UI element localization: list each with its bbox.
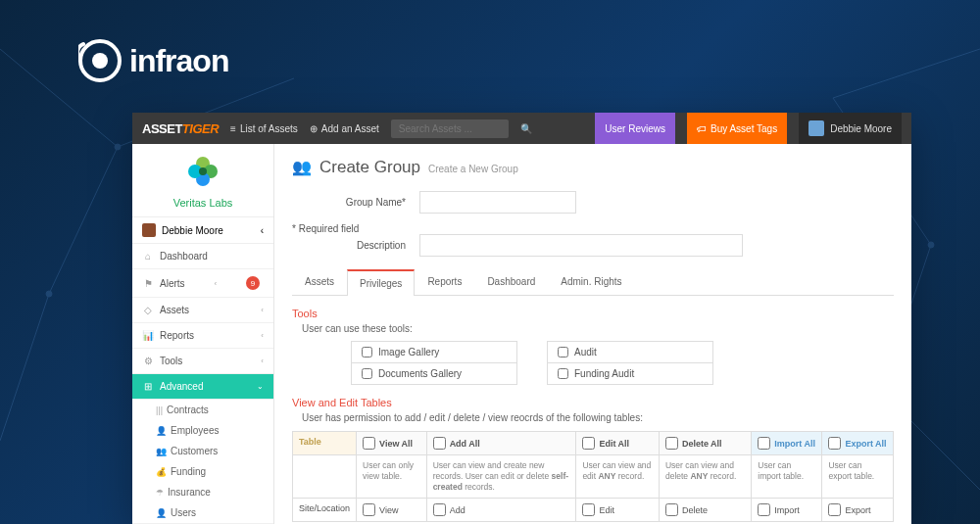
checkbox[interactable] bbox=[363, 437, 375, 450]
sidebar-item-reports[interactable]: 📊Reports‹ bbox=[132, 323, 273, 349]
tool-audit[interactable]: Audit bbox=[547, 341, 713, 363]
app-logo: ASSETTIGER bbox=[142, 121, 219, 136]
svg-point-13 bbox=[92, 53, 108, 69]
sub-label: Insurance bbox=[168, 487, 211, 498]
sidebar-sub-funding[interactable]: 💰Funding bbox=[132, 461, 273, 482]
checkbox[interactable] bbox=[362, 347, 372, 357]
checkbox[interactable] bbox=[558, 368, 568, 379]
sidebar-item-alerts[interactable]: ⚑Alerts‹9 bbox=[132, 269, 273, 298]
sidebar-user[interactable]: Debbie Moore ‹ bbox=[132, 217, 273, 244]
sub-label: Contracts bbox=[167, 405, 209, 415]
svg-point-10 bbox=[928, 242, 934, 248]
chart-icon: 📊 bbox=[142, 330, 154, 341]
mini-avatar-icon bbox=[142, 223, 156, 237]
desc-cell: User can export table. bbox=[822, 455, 894, 499]
group-name-input[interactable] bbox=[419, 191, 576, 214]
col-import-all: Import All bbox=[752, 432, 822, 455]
search-input[interactable] bbox=[391, 119, 509, 138]
header-label: View All bbox=[379, 439, 413, 449]
group-icon: 👥 bbox=[292, 158, 312, 176]
checkbox[interactable] bbox=[558, 347, 568, 357]
user-name: Debbie Moore bbox=[830, 123, 892, 134]
tools-title: Tools bbox=[292, 308, 894, 319]
checkbox[interactable] bbox=[582, 437, 595, 450]
chevron-left-icon: ‹ bbox=[261, 357, 264, 365]
col-view-all: View All bbox=[357, 432, 427, 455]
sidebar-sub-employees[interactable]: 👤Employees bbox=[132, 420, 273, 441]
tab-reports[interactable]: Reports bbox=[415, 268, 474, 295]
sub-label: Employees bbox=[171, 425, 219, 436]
buy-asset-tags-button[interactable]: 🏷 Buy Asset Tags bbox=[687, 113, 787, 144]
logo-tiger: TIGER bbox=[182, 121, 219, 136]
chevron-left-icon: ‹ bbox=[261, 331, 264, 340]
checkbox[interactable] bbox=[363, 503, 375, 516]
svg-point-8 bbox=[115, 144, 121, 150]
group-name-label: Group Name* bbox=[292, 197, 419, 208]
nav-label: Alerts bbox=[160, 278, 185, 289]
tool-image-gallery[interactable]: Image Gallery bbox=[351, 341, 517, 363]
checkbox[interactable] bbox=[828, 437, 841, 450]
tab-admin-rights[interactable]: Admin. Rights bbox=[548, 268, 634, 295]
contract-icon: ||| bbox=[156, 405, 163, 415]
search-icon[interactable]: 🔍 bbox=[520, 123, 532, 134]
diamond-icon: ◇ bbox=[142, 305, 154, 315]
checkbox[interactable] bbox=[433, 503, 446, 516]
sidebar-sub-users[interactable]: 👤Users bbox=[132, 502, 273, 523]
sidebar-sub-insurance[interactable]: ☂Insurance bbox=[132, 482, 273, 502]
checkbox[interactable] bbox=[433, 437, 446, 450]
description-input[interactable] bbox=[419, 234, 743, 257]
cell-label: Add bbox=[450, 505, 466, 515]
page-header: 👥 Create Group Create a New Group bbox=[292, 158, 894, 177]
alert-badge: 9 bbox=[246, 276, 260, 290]
cell-view[interactable]: View bbox=[363, 503, 420, 516]
sidebar-item-assets[interactable]: ◇Assets‹ bbox=[132, 298, 273, 323]
cell-delete[interactable]: Delete bbox=[665, 503, 745, 516]
sidebar-sub-contracts[interactable]: |||Contracts bbox=[132, 400, 273, 420]
company-logo-icon bbox=[185, 154, 220, 189]
cell-label: Delete bbox=[682, 505, 708, 515]
tab-dashboard[interactable]: Dashboard bbox=[474, 268, 548, 295]
nav-add-asset[interactable]: ⊕ Add an Asset bbox=[310, 123, 379, 134]
header-label: Edit All bbox=[599, 439, 629, 449]
checkbox[interactable] bbox=[758, 503, 770, 516]
logo-asset: ASSET bbox=[142, 121, 182, 136]
desc-cell: User can only view table. bbox=[357, 455, 427, 499]
nav-label: Advanced bbox=[160, 381, 203, 392]
tab-assets[interactable]: Assets bbox=[292, 268, 347, 295]
description-label: Description bbox=[292, 240, 419, 251]
sidebar-sub-customers[interactable]: 👥Customers bbox=[132, 441, 273, 461]
buy-tags-label: Buy Asset Tags bbox=[710, 123, 777, 134]
gear-icon: ⚙ bbox=[142, 356, 154, 366]
cell-add[interactable]: Add bbox=[433, 503, 570, 516]
sub-label: Funding bbox=[171, 466, 206, 477]
grid-icon: ⊞ bbox=[142, 381, 154, 392]
cell-export[interactable]: Export bbox=[828, 503, 887, 516]
sidebar-item-tools[interactable]: ⚙Tools‹ bbox=[132, 349, 273, 374]
col-export-all: Export All bbox=[822, 432, 894, 455]
tool-documents-gallery[interactable]: Documents Gallery bbox=[351, 362, 517, 385]
nav-list-assets[interactable]: ≡ List of Assets bbox=[230, 123, 298, 134]
col-delete-all: Delete All bbox=[659, 432, 751, 455]
checkbox[interactable] bbox=[665, 503, 678, 516]
svg-point-18 bbox=[199, 167, 207, 175]
sidebar-item-advanced[interactable]: ⊞Advanced⌄ bbox=[132, 374, 273, 400]
user-reviews-button[interactable]: User Reviews bbox=[595, 113, 675, 144]
header-label: Add All bbox=[450, 439, 480, 449]
tool-label: Documents Gallery bbox=[378, 368, 462, 379]
cell-import[interactable]: Import bbox=[758, 503, 815, 516]
checkbox[interactable] bbox=[758, 437, 770, 450]
checkbox[interactable] bbox=[362, 368, 372, 379]
user-menu[interactable]: Debbie Moore bbox=[799, 113, 902, 144]
cell-edit[interactable]: Edit bbox=[582, 503, 653, 516]
tool-funding-audit[interactable]: Funding Audit bbox=[547, 362, 713, 385]
sidebar-item-dashboard[interactable]: ⌂Dashboard bbox=[132, 244, 273, 269]
tab-privileges[interactable]: Privileges bbox=[347, 269, 415, 296]
person-icon: 👤 bbox=[156, 426, 167, 436]
checkbox[interactable] bbox=[665, 437, 678, 450]
desc-cell: User can view and create new records. Us… bbox=[426, 455, 576, 499]
checkbox[interactable] bbox=[582, 503, 595, 516]
checkbox[interactable] bbox=[828, 503, 841, 516]
sub-label: Users bbox=[171, 507, 196, 518]
svg-line-1 bbox=[49, 147, 118, 294]
nav-label: Assets bbox=[160, 305, 189, 315]
